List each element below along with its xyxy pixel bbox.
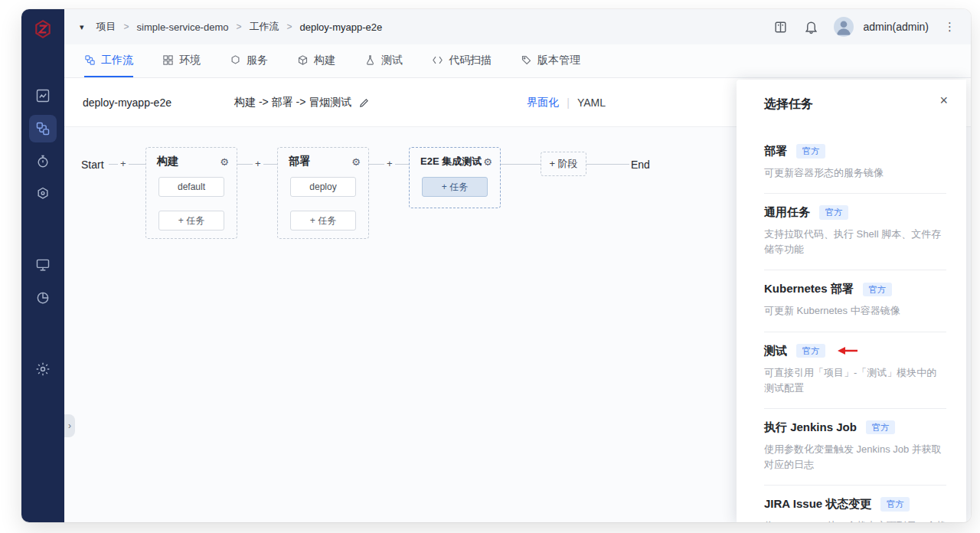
sidebar-collapse-handle[interactable]: › xyxy=(64,414,75,437)
screen-icon xyxy=(35,257,51,273)
sidebar-item-monitor[interactable] xyxy=(29,251,57,279)
tab-label: 代码扫描 xyxy=(449,54,492,67)
task-option-name: 测试 xyxy=(764,344,787,358)
grid-icon xyxy=(162,54,174,66)
task-option-name: Kubernetes 部署 xyxy=(764,282,854,296)
breadcrumb-item-projects[interactable]: 项目 xyxy=(96,20,116,34)
breadcrumb-separator: > xyxy=(124,21,129,32)
task-option-jira[interactable]: JIRA Issue 状态变更 官方 将 JIRA issue 从一个状态变更到… xyxy=(764,486,946,522)
task-option-desc: 可更新 Kubernetes 中容器镜像 xyxy=(764,303,946,319)
code-brackets-icon xyxy=(432,54,443,66)
stage-header: 构建 ⚙ xyxy=(146,148,237,175)
sidebar-item-stats[interactable] xyxy=(29,284,57,312)
view-yaml-button[interactable]: YAML xyxy=(577,96,606,109)
connector-line xyxy=(501,164,541,165)
close-icon[interactable]: × xyxy=(939,93,948,107)
breadcrumb: ▾ 项目 > simple-service-demo > 工作流 > deplo… xyxy=(64,9,971,44)
official-badge: 官方 xyxy=(866,420,895,434)
docs-icon[interactable] xyxy=(773,19,788,34)
task-default[interactable]: default xyxy=(158,177,224,197)
more-menu-icon[interactable]: ⋮ xyxy=(944,20,956,34)
stage-title: E2E 集成测试 xyxy=(420,155,482,168)
task-option-name: 通用任务 xyxy=(764,205,810,220)
task-option-desc: 支持拉取代码、执行 Shell 脚本、文件存储等功能 xyxy=(764,227,946,257)
add-stage-plus-icon[interactable]: + xyxy=(384,158,395,170)
add-stage-plus-icon[interactable]: + xyxy=(118,158,129,170)
tab-label: 版本管理 xyxy=(537,54,580,67)
workflow-icon xyxy=(35,121,51,136)
stage-deploy: 部署 ⚙ deploy + 任务 xyxy=(277,147,369,239)
sidebar-item-insight[interactable] xyxy=(29,82,57,110)
breadcrumb-item-workflows[interactable]: 工作流 xyxy=(249,20,279,34)
stage-e2e-test: E2E 集成测试 ⚙ + 任务 xyxy=(409,147,501,208)
task-option-k8s-deploy[interactable]: Kubernetes 部署 官方 可更新 Kubernetes 中容器镜像 xyxy=(764,270,946,332)
view-ui-button[interactable]: 界面化 xyxy=(527,96,559,110)
stage-header: 部署 ⚙ xyxy=(278,148,368,175)
add-stage-button[interactable]: + 阶段 xyxy=(541,152,586,176)
end-node: End xyxy=(631,159,650,171)
task-deploy[interactable]: deploy xyxy=(290,177,356,197)
breadcrumb-item-project-name[interactable]: simple-service-demo xyxy=(137,21,229,33)
sidebar-item-projects[interactable] xyxy=(29,115,57,142)
sidebar-item-tests[interactable] xyxy=(29,148,57,175)
user-name[interactable]: admin(admin) xyxy=(863,21,929,33)
stage-title: 部署 xyxy=(289,155,310,168)
add-task-button[interactable]: + 任务 xyxy=(290,211,356,231)
breadcrumb-item-workflow-name: deploy-myapp-e2e xyxy=(300,21,383,33)
stage-settings-icon[interactable]: ⚙ xyxy=(220,156,229,168)
official-badge: 官方 xyxy=(819,205,848,219)
sidebar xyxy=(21,9,64,522)
task-list: 部署 官方 可更新容器形态的服务镜像 通用任务 官方 支持拉取代码、执行 She… xyxy=(764,132,946,522)
official-badge: 官方 xyxy=(796,344,825,358)
task-option-name: 执行 Jenkins Job xyxy=(764,420,857,435)
tag-icon xyxy=(521,54,532,66)
tab-code-scan[interactable]: 代码扫描 xyxy=(432,44,492,77)
task-option-common[interactable]: 通用任务 官方 支持拉取代码、执行 Shell 脚本、文件存储等功能 xyxy=(764,194,946,270)
stage-settings-icon[interactable]: ⚙ xyxy=(351,156,361,168)
edit-pencil-icon[interactable] xyxy=(359,97,370,108)
flask-icon xyxy=(364,54,376,66)
view-mode-toggle: 界面化 | YAML xyxy=(527,96,606,110)
stage-settings-icon[interactable]: ⚙ xyxy=(483,156,492,168)
task-selection-panel: 选择任务 × 部署 官方 可更新容器形态的服务镜像 通用任务 官方 支持拉取代码… xyxy=(737,80,966,522)
tab-workflows[interactable]: 工作流 xyxy=(84,44,133,77)
workflow-summary-text: 构建 -> 部署 -> 冒烟测试 xyxy=(234,96,351,110)
tab-tests[interactable]: 测试 xyxy=(364,44,403,77)
module-tabs: 工作流 环境 服务 构建 测试 代码扫描 xyxy=(64,44,971,78)
breadcrumb-separator: > xyxy=(236,21,241,32)
task-option-name: JIRA Issue 状态变更 xyxy=(764,497,871,512)
tab-environments[interactable]: 环境 xyxy=(162,44,201,77)
chart-icon xyxy=(35,88,51,103)
tab-builds[interactable]: 构建 xyxy=(297,44,335,77)
task-option-deploy[interactable]: 部署 官方 可更新容器形态的服务镜像 xyxy=(764,132,946,194)
tab-label: 测试 xyxy=(381,54,403,67)
tab-release[interactable]: 版本管理 xyxy=(521,44,580,77)
gear-icon xyxy=(35,361,51,377)
add-stage-plus-icon[interactable]: + xyxy=(253,158,263,170)
workflow-name: deploy-myapp-e2e xyxy=(83,96,234,109)
task-option-test[interactable]: 测试 官方 可直接引用「项目」-「测试」模块中的测试配置 xyxy=(764,332,946,409)
task-option-desc: 使用参数化变量触发 Jenkins Job 并获取对应的日志 xyxy=(764,442,946,473)
task-option-name: 部署 xyxy=(764,144,787,159)
stopwatch-icon xyxy=(35,154,51,169)
add-task-button-active[interactable]: + 任务 xyxy=(422,177,488,197)
tab-label: 服务 xyxy=(247,54,268,67)
pie-chart-icon xyxy=(35,290,51,306)
user-avatar[interactable] xyxy=(834,17,854,37)
workflow-icon xyxy=(84,54,96,66)
official-badge: 官方 xyxy=(796,144,825,158)
task-option-jenkins[interactable]: 执行 Jenkins Job 官方 使用参数化变量触发 Jenkins Job … xyxy=(764,409,946,486)
dropdown-caret-icon[interactable]: ▾ xyxy=(80,22,84,32)
annotation-arrow-icon xyxy=(838,346,858,355)
add-task-button[interactable]: + 任务 xyxy=(158,211,224,231)
tab-services[interactable]: 服务 xyxy=(230,44,268,77)
sidebar-item-delivery[interactable] xyxy=(29,180,57,208)
breadcrumb-separator: > xyxy=(286,21,292,32)
sidebar-item-settings[interactable] xyxy=(29,355,57,383)
official-badge: 官方 xyxy=(863,283,892,296)
start-node: Start xyxy=(81,159,104,171)
notifications-bell-icon[interactable] xyxy=(803,19,818,34)
app-logo-icon xyxy=(33,19,53,39)
tab-label: 环境 xyxy=(179,54,201,67)
stage-build: 构建 ⚙ default + 任务 xyxy=(145,147,237,239)
